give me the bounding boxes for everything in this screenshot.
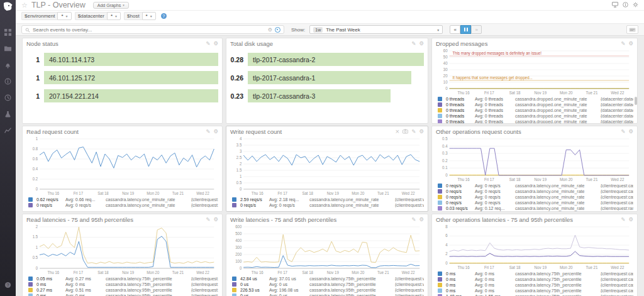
search-settings-gear-icon[interactable]: ⚙ xyxy=(268,27,272,33)
gear-icon[interactable]: ⚙ xyxy=(628,129,633,134)
write-request-count-chart[interactable]: 00.511.522.533.54Thu 16Fri 17Sat 18Nov 1… xyxy=(230,136,424,196)
panel-title: Read request count xyxy=(26,128,79,135)
toplist-value: 1 xyxy=(26,92,44,100)
edit-icon[interactable]: ✎ xyxy=(621,217,625,222)
read-latencies-chart[interactable]: 00.511.52Thu 16Fri 17Sat 18Nov 19Mon 20T… xyxy=(26,224,218,275)
legend-row: 0 usAvg: 0 uscassandra.latency.75th_perc… xyxy=(230,282,424,287)
toplist-label: 46.101.114.173 xyxy=(49,56,94,63)
legend-swatch xyxy=(438,195,442,199)
events-icon[interactable] xyxy=(4,76,11,87)
close-icon[interactable]: × xyxy=(395,129,399,135)
svg-text:Thu 16: Thu 16 xyxy=(457,177,470,182)
time-back-button[interactable]: « xyxy=(450,25,460,34)
datadog-logo[interactable] xyxy=(3,2,13,14)
shortcuts-button[interactable] xyxy=(626,25,638,34)
other-latencies-chart[interactable]: 02468Thu 16Fri 17Sat 18Nov 19Mon 20Tue 2… xyxy=(436,224,633,270)
svg-text:Wed 22: Wed 22 xyxy=(196,191,209,195)
variable-environment-label: $environment xyxy=(21,12,57,20)
tv-mode-icon[interactable] xyxy=(612,2,618,9)
search-input[interactable] xyxy=(33,27,265,33)
event-overlay-icon[interactable] xyxy=(275,27,280,33)
edit-icon[interactable]: ✎ xyxy=(206,129,210,134)
write-latencies-chart[interactable]: 0100200300400500600Thu 16Fri 17Sat 18Nov… xyxy=(230,224,424,275)
variables-help-icon[interactable]: ? xyxy=(161,13,167,19)
gear-icon[interactable]: ⚙ xyxy=(213,129,218,134)
dashboards-icon[interactable] xyxy=(4,27,11,38)
edit-icon[interactable]: ✎ xyxy=(411,129,416,135)
svg-text:Nov 19: Nov 19 xyxy=(327,270,340,275)
svg-text:Nov 19: Nov 19 xyxy=(122,191,135,195)
legend-row: 1.48 msAvg: 1.55 mscassandra.latency.75t… xyxy=(436,293,633,296)
svg-text:Fri 17: Fri 17 xyxy=(484,265,494,270)
integrations-icon[interactable] xyxy=(4,109,11,120)
gear-icon[interactable]: ⚙ xyxy=(213,217,218,222)
variable-environment-select[interactable]: *▾ xyxy=(57,12,71,20)
metrics-icon[interactable] xyxy=(4,92,11,104)
svg-text:Fri 17: Fri 17 xyxy=(74,270,84,275)
toplist-value: 1 xyxy=(26,56,44,63)
legend-swatch xyxy=(28,203,33,207)
gear-icon[interactable]: ⚙ xyxy=(213,41,218,47)
gear-icon[interactable]: ⚙ xyxy=(419,41,424,47)
time-forward-button[interactable]: » xyxy=(471,25,482,34)
monitors-icon[interactable] xyxy=(4,60,11,71)
legend-row: 0 reqs/sAvg: 0 reqs/scassandra.latency.o… xyxy=(436,200,633,206)
variable-host-label: $host xyxy=(124,12,142,20)
gear-icon[interactable]: ⚙ xyxy=(628,41,633,47)
svg-text:Sat 18: Sat 18 xyxy=(509,265,521,270)
edit-icon[interactable]: ✎ xyxy=(621,41,625,47)
svg-text:3: 3 xyxy=(240,149,242,153)
app-sidebar: ? xyxy=(0,0,16,296)
legend-swatch xyxy=(438,119,442,124)
gear-icon[interactable]: ⚙ xyxy=(628,217,633,222)
legend-swatch xyxy=(28,288,33,292)
favorite-star-icon[interactable]: ☆ xyxy=(21,2,28,9)
toplist-row: 0.23tlp-2017-cassandra-3 xyxy=(230,89,424,102)
pause-button[interactable] xyxy=(460,25,471,34)
edit-icon[interactable]: ✎ xyxy=(411,217,416,222)
svg-text:600: 600 xyxy=(235,224,242,229)
read-request-count-chart[interactable]: 00.20.40.60.81Thu 16Fri 17Sat 18Nov 19Mo… xyxy=(26,136,218,196)
svg-text:Mon 20: Mon 20 xyxy=(147,191,160,195)
time-range-select[interactable]: 1w The Past Week ▾ xyxy=(309,25,443,34)
legend: 2.59 reqs/sAvg: 2.18 req...cassandra.lat… xyxy=(230,197,424,208)
toplist-row: 1207.154.221.214 xyxy=(26,89,218,102)
edit-icon[interactable]: ✎ xyxy=(206,217,210,222)
svg-text:Tue 21: Tue 21 xyxy=(586,265,598,270)
svg-text:Nov 19: Nov 19 xyxy=(327,191,340,195)
svg-text:Fri 17: Fri 17 xyxy=(277,270,287,275)
info-icon[interactable] xyxy=(623,2,628,9)
svg-text:Nov 19: Nov 19 xyxy=(122,270,135,275)
svg-text:Tue 21: Tue 21 xyxy=(172,191,184,195)
legend-scrollbar[interactable] xyxy=(635,97,637,105)
toplist-bar: tlp-2017-cassandra-3 xyxy=(248,89,391,102)
legend-swatch xyxy=(438,271,442,276)
variable-host-select[interactable]: *▾ xyxy=(142,12,156,20)
edit-icon[interactable]: ✎ xyxy=(206,41,210,47)
other-request-counts-chart[interactable]: 00.10.20.30.40.5Thu 16Fri 17Sat 18Nov 19… xyxy=(436,136,633,182)
dropped-messages-chart[interactable]: 0102030405060Thu 16Fri 17Sat 18Nov 19Mon… xyxy=(436,48,633,96)
gear-icon[interactable]: ⚙ xyxy=(419,217,424,222)
legend-row: 0 reqs/sAvg: 0 reqs/scassandra.latency.o… xyxy=(230,202,424,208)
svg-text:2.5: 2.5 xyxy=(236,155,242,160)
legend-row: 0 threadsAvg: 0 threadscassandra.dropped… xyxy=(436,119,633,124)
toplist-label: tlp-2017-cassandra-1 xyxy=(253,74,315,82)
add-graphs-button[interactable]: Add Graphs▾ xyxy=(93,2,129,9)
panel-title: Total disk usage xyxy=(230,40,273,47)
apm-icon[interactable] xyxy=(4,125,11,136)
panel-dropped-messages: Dropped messages ✎⚙ 0102030405060Thu 16F… xyxy=(431,38,638,124)
toplist-bar: tlp-2017-cassandra-1 xyxy=(248,71,411,84)
svg-text:This many dropped messages is: This many dropped messages is definitely… xyxy=(452,51,541,55)
gear-icon[interactable]: ⚙ xyxy=(419,129,424,135)
help-icon[interactable]: ? xyxy=(4,280,11,291)
gear-icon[interactable] xyxy=(633,2,638,9)
toplist-label: 46.101.125.172 xyxy=(49,74,95,82)
variable-datacenter-select[interactable]: *▾ xyxy=(107,12,121,20)
infrastructure-icon[interactable] xyxy=(4,43,11,55)
dashboard-grid: Node status ✎⚙ 146.101.114.173146.101.12… xyxy=(16,36,644,296)
snapshot-camera-icon[interactable] xyxy=(402,129,408,135)
svg-text:50: 50 xyxy=(443,55,448,59)
edit-icon[interactable]: ✎ xyxy=(621,129,625,134)
legend-row: 0.27 msAvg: 0.51 mscassandra.latency.95t… xyxy=(26,287,218,293)
edit-icon[interactable]: ✎ xyxy=(411,41,416,47)
